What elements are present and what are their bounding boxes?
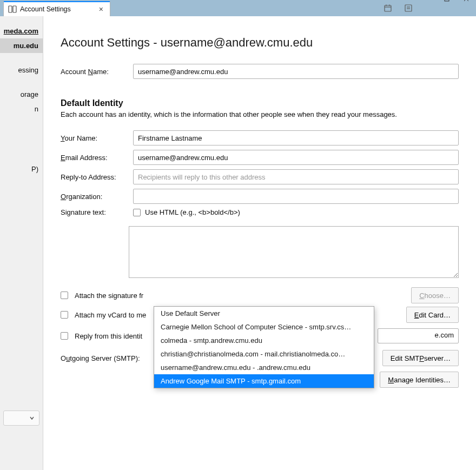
outgoing-server-label: Outgoing Server (SMTP): <box>61 354 153 362</box>
section-desc: Each account has an identity, which is t… <box>61 110 459 118</box>
attach-signature-checkbox[interactable] <box>61 292 68 299</box>
window-minimize-icon[interactable] <box>418 0 437 6</box>
your-name-label: Your Name: <box>61 134 129 142</box>
edit-card-button[interactable]: Edit Card… <box>406 307 459 323</box>
close-icon[interactable]: × <box>98 5 104 14</box>
manage-identities-button[interactable]: Manage Identities… <box>380 372 459 388</box>
dropdown-item[interactable]: christian@christianolmeda.com - mail.chr… <box>154 347 374 361</box>
titlebar-right <box>381 0 476 16</box>
sidebar-expand-button[interactable] <box>3 411 39 426</box>
dropdown-item[interactable]: colmeda - smtp.andrew.cmu.edu <box>154 334 374 347</box>
attach-vcard-label: Attach my vCard to me <box>75 311 146 319</box>
page-title: Account Settings - username@andrew.cmu.e… <box>61 36 459 50</box>
svg-rect-0 <box>9 6 12 12</box>
window-titlebar: Account Settings × <box>0 0 476 16</box>
dropdown-item[interactable]: username@andrew.cmu.edu - .andrew.cmu.ed… <box>154 361 374 374</box>
sidebar-item[interactable]: essing <box>0 63 43 77</box>
reply-to-input[interactable] <box>133 169 459 184</box>
settings-tab-icon <box>8 5 17 14</box>
reply-from-identity-label: Reply from this identit <box>75 332 142 340</box>
svg-rect-2 <box>385 5 391 11</box>
sidebar-item[interactable]: orage <box>0 87 43 102</box>
attach-vcard-checkbox[interactable] <box>61 311 68 319</box>
reply-to-label: Reply-to Address: <box>61 173 129 181</box>
dropdown-item[interactable]: Use Default Server <box>154 307 374 320</box>
sidebar-item[interactable]: P) <box>0 162 43 176</box>
calendar-icon[interactable] <box>381 1 395 15</box>
tasks-icon[interactable] <box>401 1 415 15</box>
svg-rect-6 <box>405 5 412 11</box>
window-close-icon[interactable] <box>457 0 476 6</box>
dropdown-item-highlighted[interactable]: Andrew Google Mail SMTP - smtp.gmail.com <box>154 374 374 388</box>
email-input[interactable] <box>133 150 459 165</box>
email-label: Email Address: <box>61 154 129 162</box>
edit-smtp-button[interactable]: Edit SMTP server… <box>382 350 459 366</box>
organization-label: Organization: <box>61 193 129 201</box>
window-maximize-icon[interactable] <box>437 0 457 6</box>
organization-input[interactable] <box>133 189 459 204</box>
smtp-dropdown[interactable]: Use Default Server Carnegie Mellon Schoo… <box>154 306 374 388</box>
sidebar-item[interactable]: n <box>0 102 43 116</box>
page-body: meda.com mu.edu essing orage n P) Accoun… <box>0 16 476 470</box>
svg-rect-10 <box>445 0 449 1</box>
settings-panel: Account Settings - username@andrew.cmu.e… <box>43 16 476 470</box>
choose-button[interactable]: Choose… <box>411 287 459 303</box>
reply-from-identity-checkbox[interactable] <box>61 332 68 340</box>
signature-textarea[interactable] <box>129 226 459 278</box>
tab-title: Account Settings <box>20 5 71 13</box>
account-name-label: Account Name: <box>61 68 129 76</box>
sidebar-item[interactable]: meda.com <box>0 24 43 38</box>
tab-account-settings[interactable]: Account Settings × <box>3 1 110 16</box>
reply-from-input-tail: e.com <box>435 331 454 339</box>
section-title-identity: Default Identity <box>61 98 459 108</box>
use-html-label: Use HTML (e.g., <b>bold</b>) <box>145 208 240 216</box>
chevron-down-icon <box>29 415 35 421</box>
signature-text-label: Signature text: <box>61 208 129 216</box>
your-name-input[interactable] <box>133 130 459 145</box>
dropdown-item[interactable]: Carnegie Mellon School of Computer Scien… <box>154 320 374 334</box>
account-name-input[interactable] <box>133 64 459 79</box>
use-html-checkbox[interactable] <box>133 209 141 216</box>
account-sidebar: meda.com mu.edu essing orage n P) <box>0 16 43 470</box>
svg-rect-1 <box>13 6 16 12</box>
sidebar-item-selected[interactable]: mu.edu <box>0 38 43 53</box>
